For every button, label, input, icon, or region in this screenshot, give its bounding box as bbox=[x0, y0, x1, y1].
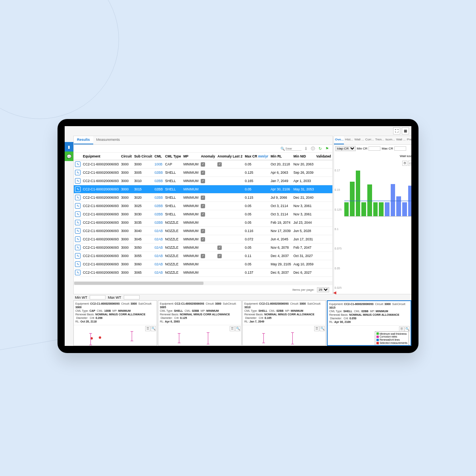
column-header[interactable]: Validated bbox=[315, 153, 332, 160]
cell-cml[interactable]: 02AB bbox=[154, 260, 164, 269]
right-tab[interactable]: Ove... bbox=[334, 136, 344, 144]
edit-icon[interactable]: ✎ bbox=[75, 170, 81, 175]
export-icon[interactable]: ⇩ bbox=[303, 146, 309, 152]
cell-cml[interactable]: 02BB bbox=[154, 169, 164, 177]
edit-icon[interactable]: ✎ bbox=[75, 203, 81, 209]
chart-bar[interactable] bbox=[350, 182, 355, 217]
table-row[interactable]: ✎ CC2-C1-600020006093 3000 3025 02BB SHE… bbox=[74, 202, 332, 210]
mini-chart-card[interactable]: Equipment: CC2-C1-600020006093 Circuit: … bbox=[242, 300, 326, 346]
items-per-page-select[interactable]: 25 bbox=[317, 287, 329, 292]
column-header[interactable]: Min NID bbox=[292, 153, 315, 160]
nav-left-icon[interactable]: ◀ bbox=[333, 290, 336, 294]
cell-cml[interactable]: 02BB bbox=[154, 210, 164, 219]
max-wt-input[interactable] bbox=[124, 295, 140, 299]
chart-bar[interactable] bbox=[356, 171, 361, 217]
refresh-icon[interactable]: ↻ bbox=[317, 146, 323, 152]
mini-chart-card[interactable]: Equipment: CC2-C1-600020006093 Circuit: … bbox=[73, 300, 157, 346]
cell-cml[interactable]: 02BB bbox=[154, 185, 164, 194]
cell-cml[interactable]: 02BB bbox=[154, 219, 164, 227]
list-icon[interactable]: ☰ bbox=[314, 326, 319, 331]
chart-bar[interactable] bbox=[379, 202, 384, 216]
edit-icon[interactable]: ✎ bbox=[75, 186, 81, 192]
right-tab[interactable]: Pred... bbox=[406, 136, 411, 144]
table-row[interactable]: ✎ CC2-C1-600020006093 3000 3065 02AB NOZ… bbox=[74, 269, 332, 277]
edit-icon[interactable]: ✎ bbox=[75, 178, 81, 184]
chart-bar[interactable] bbox=[361, 202, 366, 216]
search-icon[interactable]: 🔍 bbox=[235, 326, 240, 331]
cell-cml[interactable]: 02AB bbox=[154, 227, 164, 235]
table-row[interactable]: ✎ CC2-C1-600020006093 3000 3035 02BB NOZ… bbox=[74, 219, 332, 227]
mini-chart-area[interactable]: ☰ 🔍 bbox=[158, 325, 241, 345]
mini-chart-area[interactable]: ☰ 🔍 Minimum wall thicknessCorrosion rate… bbox=[328, 325, 411, 345]
edit-icon[interactable]: ✎ bbox=[75, 261, 81, 267]
sidebar-chart-icon[interactable]: ▮ bbox=[65, 142, 73, 152]
column-header[interactable]: Equipment bbox=[82, 153, 120, 160]
right-tab[interactable]: Corr... bbox=[364, 136, 374, 144]
filter-icon[interactable]: ⚑ bbox=[324, 146, 330, 152]
min-cr-input[interactable] bbox=[369, 146, 380, 151]
table-row[interactable]: ✎ CC2-C1-600020006093 3000 3045 02AB NOZ… bbox=[74, 235, 332, 244]
results-table-wrapper[interactable]: EquipmentCircuitSub CircuitCMLCML TypeMP… bbox=[74, 153, 332, 281]
mini-chart-area[interactable]: ☰ 🔍 bbox=[243, 325, 326, 345]
mini-chart-area[interactable]: ☰ 🔍 bbox=[74, 325, 157, 345]
column-header[interactable]: Min RL bbox=[269, 153, 292, 160]
cell-cml[interactable]: 02AB bbox=[154, 244, 164, 252]
right-tab[interactable]: Hist... bbox=[344, 136, 353, 144]
mini-chart-card[interactable]: Equipment: CC2-C1-600020006093 Circuit: … bbox=[158, 300, 242, 346]
edit-icon[interactable]: ✎ bbox=[75, 211, 81, 217]
edit-icon[interactable]: ✎ bbox=[75, 195, 81, 200]
column-header[interactable]: Sub Circuit bbox=[133, 153, 153, 160]
grid-icon[interactable]: ▦ bbox=[402, 127, 409, 134]
table-row[interactable]: ✎ CC2-C1-600020006093 3000 3050 02AB NOZ… bbox=[74, 244, 332, 252]
right-tab[interactable]: Tren... bbox=[374, 136, 384, 144]
list-icon[interactable]: ☰ bbox=[145, 326, 150, 331]
chart-bar[interactable] bbox=[391, 184, 395, 216]
search-input[interactable] bbox=[286, 147, 301, 151]
table-row[interactable]: ✎ CC2-C1-600020006093 3000 3015 02BB SHE… bbox=[74, 185, 332, 194]
right-tab[interactable]: Isom... bbox=[384, 136, 395, 144]
cell-cml[interactable]: 02AB bbox=[154, 235, 164, 244]
search-icon[interactable]: 🔍 bbox=[280, 147, 285, 151]
tab-measurements[interactable]: Measurements bbox=[93, 136, 332, 144]
cell-cml[interactable]: 02AB bbox=[154, 269, 164, 277]
cell-cml[interactable]: 02BB bbox=[154, 177, 164, 185]
table-row[interactable]: ✎ CC2-C1-600020006093 3000 3055 02AB NOZ… bbox=[74, 252, 332, 260]
mini-chart-card[interactable]: Equipment: CC2-C1-600020006093 Circuit: … bbox=[327, 300, 411, 346]
column-header[interactable]: MP bbox=[182, 153, 200, 160]
overview-bar-chart[interactable]: 0.170.150.1250.10.0750.050.025 ◀ ▶ bbox=[334, 167, 411, 294]
cell-cml[interactable]: 100B bbox=[154, 160, 164, 169]
column-header[interactable]: Anomaly bbox=[200, 153, 216, 160]
list-icon[interactable]: ☰ bbox=[230, 326, 235, 331]
chart-bar[interactable] bbox=[373, 202, 378, 216]
table-row[interactable]: ✎ CC2-C1-600020006093 3000 3010 02BB SHE… bbox=[74, 177, 332, 185]
table-row[interactable]: ✎ CC2-C1-600020006093 3000 3030 02BB SHE… bbox=[74, 210, 332, 219]
table-row[interactable]: ✎ CC2-C1-600020006093 3000 3005 02BB SHE… bbox=[74, 169, 332, 177]
sidebar-chat-icon[interactable]: 💬 bbox=[65, 152, 73, 161]
right-tab[interactable]: Wall ... bbox=[395, 136, 406, 144]
search-icon[interactable]: 🔍 bbox=[320, 326, 325, 331]
chart-bar[interactable] bbox=[396, 196, 401, 216]
column-header[interactable]: Max CR mm/yr bbox=[244, 153, 269, 160]
chart-bar[interactable] bbox=[367, 184, 372, 216]
table-row[interactable]: ✎ CC2-C1-600020006093 3000 3000 100B CAP… bbox=[74, 160, 332, 169]
min-wt-input[interactable] bbox=[90, 295, 106, 299]
edit-icon[interactable]: ✎ bbox=[75, 245, 81, 250]
edit-icon[interactable]: ✎ bbox=[75, 270, 81, 275]
cell-cml[interactable]: 02BB bbox=[154, 194, 164, 202]
right-tab[interactable]: Wall ... bbox=[353, 136, 364, 144]
chart-bar[interactable] bbox=[385, 202, 390, 216]
horizontal-scrollbar[interactable] bbox=[74, 281, 332, 285]
column-header[interactable]: Anomaly Last 2 bbox=[216, 153, 244, 160]
edit-icon[interactable]: ✎ bbox=[75, 161, 81, 167]
column-header[interactable]: Circuit bbox=[120, 153, 133, 160]
expand-icon[interactable]: ⛶ bbox=[393, 127, 400, 134]
edit-icon[interactable]: ✎ bbox=[75, 220, 81, 225]
panel-icon[interactable]: ▭ bbox=[408, 161, 411, 166]
column-header[interactable]: CML Type bbox=[164, 153, 182, 160]
cell-cml[interactable]: 02BB bbox=[154, 202, 164, 210]
info-icon[interactable]: ⓘ bbox=[310, 146, 316, 152]
tab-results[interactable]: Results bbox=[74, 136, 93, 144]
column-header[interactable]: CML bbox=[154, 153, 164, 160]
max-cr-input[interactable] bbox=[394, 146, 406, 151]
chart-bar[interactable] bbox=[344, 202, 349, 216]
